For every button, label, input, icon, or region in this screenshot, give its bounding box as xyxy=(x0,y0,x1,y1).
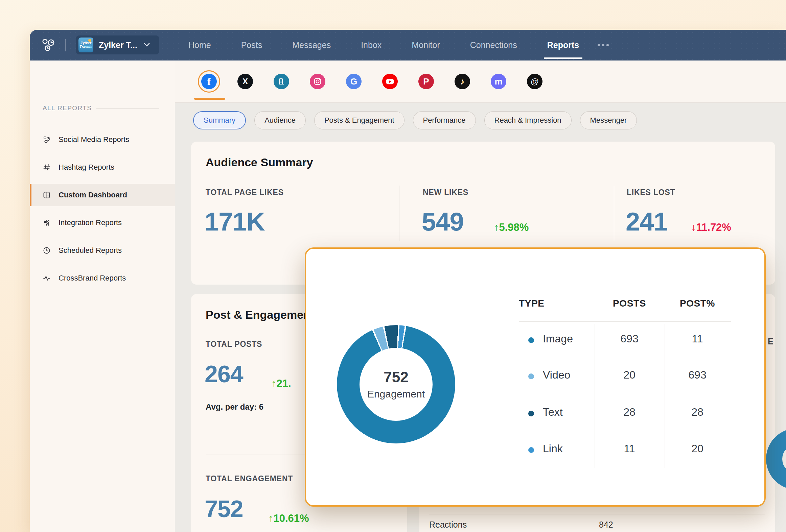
zoho-social-logo-icon[interactable] xyxy=(41,37,56,52)
stat-delta: ↓11.72% xyxy=(691,221,731,234)
sidebar-item-social-media-reports[interactable]: Social Media Reports xyxy=(30,128,175,151)
sidebar-item-label: Scheduled Reports xyxy=(59,246,122,255)
navbar-divider xyxy=(65,39,66,51)
stat-label: TOTAL ENGAGEMENT xyxy=(206,474,293,483)
threads-icon: @ xyxy=(527,74,542,89)
row-divider xyxy=(429,514,765,514)
table-row-posts: 693 xyxy=(606,333,653,345)
main-nav: Home Posts Messages Inbox Monitor Connec… xyxy=(188,30,609,61)
stat-delta: ↑10.61% xyxy=(268,512,309,525)
dashboard-icon xyxy=(43,191,51,199)
table-header-divider xyxy=(519,321,731,322)
stat-value: 752 xyxy=(205,495,243,523)
stat-label: TOTAL PAGE LIKES xyxy=(206,188,284,197)
sidebar-section-header: ALL REPORTS xyxy=(43,104,159,112)
channel-youtube[interactable] xyxy=(379,70,401,93)
channel-mastodon[interactable]: m xyxy=(487,70,510,93)
app-window: Zylker Travels Zylker T... Home Posts Me… xyxy=(30,30,786,532)
channel-threads[interactable]: @ xyxy=(524,70,546,93)
mastodon-icon: m xyxy=(491,74,506,89)
stat-divider xyxy=(614,186,614,241)
tab-summary[interactable]: Summary xyxy=(193,111,246,129)
brand-selector[interactable]: Zylker Travels Zylker T... xyxy=(76,35,159,54)
table-row-type: Image xyxy=(543,333,573,345)
brand-name: Zylker T... xyxy=(99,40,137,50)
legend-bullet-1 xyxy=(528,373,534,379)
donut-center-value: 752 xyxy=(384,369,408,386)
reports-sidebar: ALL REPORTS Social Media Reports Hashtag… xyxy=(30,61,175,532)
channel-pinterest[interactable]: P xyxy=(415,70,437,93)
channel-facebook[interactable]: f xyxy=(198,70,220,93)
sidebar-item-label: Custom Dashboard xyxy=(59,191,127,199)
channel-x[interactable]: X xyxy=(234,70,256,93)
stat-label: LIKES LOST xyxy=(627,188,675,197)
channel-google[interactable]: G xyxy=(343,70,365,93)
brand-avatar-line2: Travels xyxy=(79,45,92,49)
facebook-icon: f xyxy=(201,74,217,89)
sidebar-item-label: Social Media Reports xyxy=(59,135,129,144)
hashtag-icon xyxy=(43,163,51,171)
table-column-divider xyxy=(665,324,665,468)
stat-delta: ↑5.98% xyxy=(494,221,529,234)
sidebar-item-integration-reports[interactable]: Integration Reports xyxy=(30,212,175,234)
stat-label: TOTAL POSTS xyxy=(206,340,262,349)
nav-item-reports[interactable]: Reports xyxy=(547,40,579,50)
stat-value: 241 xyxy=(626,207,668,236)
partial-heading: E xyxy=(768,337,773,346)
stat-value: 171K xyxy=(205,207,265,236)
table-row-posts: 28 xyxy=(606,406,653,418)
nav-item-messages[interactable]: Messages xyxy=(292,40,331,50)
nav-item-home[interactable]: Home xyxy=(188,40,211,50)
activity-icon xyxy=(43,274,51,282)
nav-item-posts[interactable]: Posts xyxy=(241,40,262,50)
table-column-divider xyxy=(595,324,595,468)
nav-item-connections[interactable]: Connections xyxy=(470,40,517,50)
brand-avatar: Zylker Travels xyxy=(78,38,93,52)
table-row-posts: 20 xyxy=(606,369,653,381)
tab-performance[interactable]: Performance xyxy=(413,111,476,129)
tab-reach-impression[interactable]: Reach & Impression xyxy=(484,111,572,129)
chevron-down-icon xyxy=(143,42,150,48)
channel-instagram[interactable] xyxy=(306,70,329,93)
nav-item-inbox[interactable]: Inbox xyxy=(361,40,382,50)
sidebar-list: Social Media Reports Hashtag Reports Cus… xyxy=(30,128,175,289)
clock-icon xyxy=(43,246,51,255)
nav-item-monitor[interactable]: Monitor xyxy=(412,40,440,50)
stat-value: 549 xyxy=(422,207,464,236)
table-row-type: Video xyxy=(543,369,570,381)
report-tabs: Summary Audience Posts & Engagement Perf… xyxy=(193,111,637,129)
sidebar-section-title: ALL REPORTS xyxy=(43,104,92,112)
table-header-posts: POSTS xyxy=(606,298,653,309)
sidebar-item-label: Integration Reports xyxy=(59,218,122,227)
integration-sliders-icon xyxy=(43,219,51,227)
table-header-type: TYPE xyxy=(519,298,545,309)
table-row-postpct: 28 xyxy=(672,406,723,418)
sidebar-item-custom-dashboard[interactable]: Custom Dashboard xyxy=(30,184,175,206)
legend-bullet-0 xyxy=(528,337,534,343)
reactions-label: Reactions xyxy=(429,520,467,530)
channel-tiktok[interactable]: ♪ xyxy=(451,70,473,93)
screen: Zylker Travels Zylker T... Home Posts Me… xyxy=(0,0,786,532)
stat-divider xyxy=(399,186,399,241)
tab-messenger[interactable]: Messenger xyxy=(580,111,637,129)
stat-label: NEW LIKES xyxy=(423,188,468,197)
engagement-popup: 752 Engagement TYPE POSTS POST% Image 69… xyxy=(305,247,766,507)
donut-center-label: Engagement xyxy=(367,388,425,400)
channel-active-underline xyxy=(194,98,225,100)
card-title: Post & Engagement xyxy=(206,308,314,321)
table-row-type: Text xyxy=(543,406,563,418)
table-row-type: Link xyxy=(543,442,563,455)
channel-tabs: f X G xyxy=(175,61,786,103)
more-menu-icon[interactable] xyxy=(598,44,609,46)
youtube-icon xyxy=(382,74,398,89)
channel-google-business[interactable] xyxy=(270,70,293,93)
reactions-value: 842 xyxy=(599,520,613,530)
sidebar-item-scheduled-reports[interactable]: Scheduled Reports xyxy=(30,239,175,262)
tiktok-icon: ♪ xyxy=(455,74,470,89)
partial-donut-chart xyxy=(766,428,786,490)
tab-audience[interactable]: Audience xyxy=(254,111,306,129)
sidebar-item-hashtag-reports[interactable]: Hashtag Reports xyxy=(30,156,175,178)
tab-posts-engagement[interactable]: Posts & Engagement xyxy=(314,111,404,129)
sidebar-item-crossbrand-reports[interactable]: CrossBrand Reports xyxy=(30,267,175,289)
stat-value: 264 xyxy=(205,361,243,388)
